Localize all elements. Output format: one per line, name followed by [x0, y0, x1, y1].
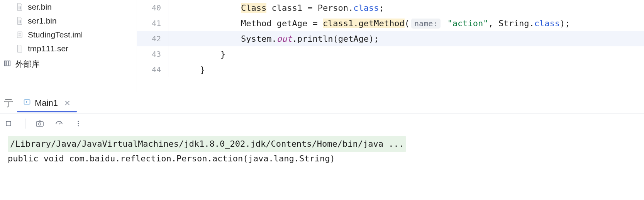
generic-file-icon: [15, 44, 24, 53]
code-content: }: [180, 65, 205, 75]
file-tree-item[interactable]: ser1.bin: [0, 14, 137, 28]
library-icon: [3, 59, 12, 69]
external-libraries-label: 外部库: [15, 59, 40, 69]
run-indicator-icon: 亍: [0, 97, 17, 109]
line-number: 40: [137, 3, 168, 12]
run-tabs-bar: 亍 Main1 ✕: [0, 92, 644, 114]
svg-rect-1: [20, 6, 21, 9]
svg-rect-7: [5, 61, 6, 66]
file-tree-item[interactable]: ser.bin: [0, 0, 137, 14]
svg-rect-11: [6, 121, 11, 126]
line-number: 41: [137, 19, 168, 28]
code-line[interactable]: 41 Method getAge = class1.getMethod(name…: [137, 15, 644, 31]
stop-button[interactable]: [3, 118, 14, 129]
file-name-label: StudingTest.iml: [28, 30, 83, 39]
run-tool-window: 亍 Main1 ✕ /Library/Java/JavaVirtualMachi…: [0, 92, 644, 200]
console-output-line: public void com.baidu.reflection.Person.…: [8, 152, 636, 166]
close-icon[interactable]: ✕: [64, 98, 71, 108]
run-tab-label: Main1: [35, 98, 58, 108]
code-line[interactable]: 40 Class class1 = Person.class;: [137, 0, 644, 15]
more-icon[interactable]: [73, 118, 84, 129]
svg-rect-6: [19, 35, 21, 36]
svg-rect-12: [36, 122, 43, 126]
svg-point-15: [78, 123, 79, 124]
svg-point-14: [78, 120, 79, 122]
svg-rect-8: [7, 61, 8, 66]
file-tree-item[interactable]: tmp111.ser: [0, 42, 137, 56]
svg-rect-0: [19, 6, 20, 9]
code-content: System.out.println(getAge);: [180, 34, 379, 44]
run-toolbar: [0, 114, 644, 133]
external-libraries-node[interactable]: 外部库: [0, 56, 137, 73]
console-output[interactable]: /Library/Java/JavaVirtualMachines/jdk1.8…: [0, 133, 644, 169]
run-tab-main1[interactable]: Main1 ✕: [17, 94, 77, 112]
separator: [25, 119, 26, 129]
code-content: Method getAge = class1.getMethod(name: "…: [180, 19, 570, 28]
line-number: 42: [137, 34, 168, 43]
svg-rect-3: [20, 20, 21, 23]
svg-rect-2: [19, 20, 20, 23]
svg-rect-5: [19, 34, 21, 34]
code-line[interactable]: 42 System.out.println(getAge);: [137, 31, 644, 46]
file-tree-item[interactable]: StudingTest.iml: [0, 28, 137, 42]
console-command-line: /Library/Java/JavaVirtualMachines/jdk1.8…: [8, 136, 406, 152]
project-tree: ser.binser1.binStudingTest.imltmp111.ser…: [0, 0, 137, 92]
file-name-label: ser.bin: [28, 2, 52, 12]
svg-point-13: [39, 123, 41, 125]
iml-file-icon: [15, 31, 24, 39]
code-line[interactable]: 43 }: [137, 46, 644, 62]
svg-rect-9: [9, 61, 10, 66]
svg-point-16: [78, 125, 79, 126]
screenshot-icon[interactable]: [34, 118, 45, 129]
code-line[interactable]: 44 }: [137, 62, 644, 77]
code-editor[interactable]: 40 Class class1 = Person.class;41 Method…: [137, 0, 644, 92]
run-config-icon: [23, 98, 31, 108]
file-name-label: ser1.bin: [28, 16, 57, 25]
code-content: }: [180, 49, 225, 59]
profile-icon[interactable]: [54, 118, 64, 129]
binary-file-icon: [15, 17, 24, 25]
code-content: Class class1 = Person.class;: [180, 3, 384, 13]
file-name-label: tmp111.ser: [28, 44, 68, 53]
binary-file-icon: [15, 3, 24, 11]
line-number: 44: [137, 65, 168, 74]
line-number: 43: [137, 49, 168, 59]
